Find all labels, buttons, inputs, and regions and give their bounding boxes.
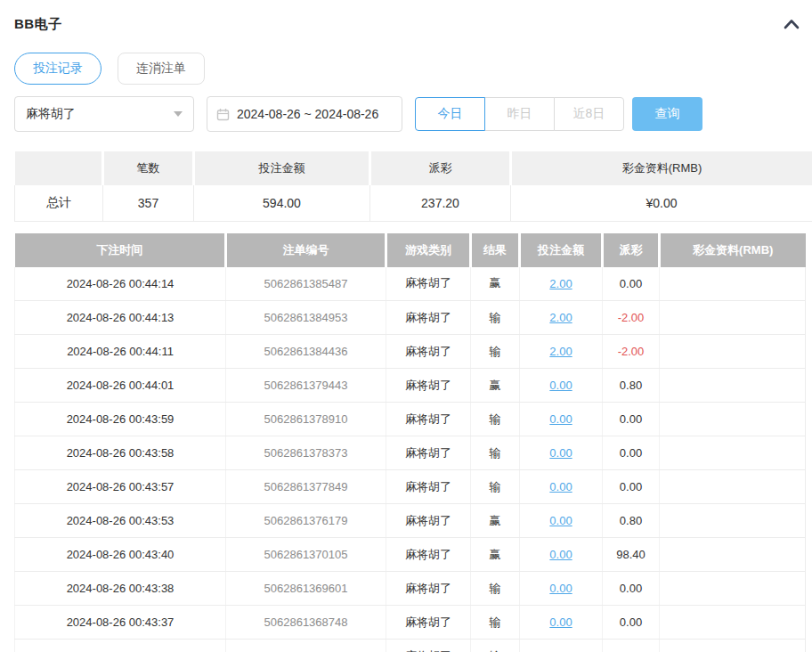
summary-total-bonus: ¥0.00 bbox=[511, 185, 812, 221]
table-row: 2024-08-26 00:44:14 5062861385487 麻将胡了 赢… bbox=[15, 267, 806, 301]
quick-range-group: 今日 昨日 近8日 bbox=[415, 97, 624, 131]
result-cell: 输 bbox=[471, 403, 520, 436]
result-cell: 输 bbox=[471, 572, 520, 606]
page-title: BB电子 bbox=[14, 16, 62, 33]
bonus-cell bbox=[660, 369, 806, 403]
order-no-cell: 5062861376179 bbox=[226, 504, 386, 538]
bet-amount-link[interactable]: 0.00 bbox=[549, 548, 572, 561]
payout-cell: 0.00 bbox=[603, 640, 660, 652]
date-range-value: 2024-08-26 ~ 2024-08-26 bbox=[237, 107, 378, 121]
bet-amount-link[interactable]: 2.00 bbox=[549, 277, 572, 290]
order-no-cell: 5062861384953 bbox=[226, 301, 386, 335]
chevron-up-icon[interactable] bbox=[780, 16, 803, 32]
bet-amount-cell: 0.00 bbox=[520, 403, 603, 436]
game-type-cell: 麻将胡了 bbox=[386, 267, 471, 301]
game-type-cell: 麻将胡了 bbox=[386, 504, 471, 538]
bet-time-cell: 2024-08-26 00:43:53 bbox=[15, 504, 226, 538]
bet-time-cell: 2024-08-26 00:43:58 bbox=[15, 436, 226, 470]
summary-total-row: 总计 357 594.00 237.20 ¥0.00 bbox=[15, 185, 812, 221]
bet-amount-link[interactable]: 0.00 bbox=[549, 480, 572, 493]
order-no-cell: 5062861385487 bbox=[226, 267, 386, 301]
date-range-picker[interactable]: 2024-08-26 ~ 2024-08-26 bbox=[207, 96, 402, 132]
bonus-cell bbox=[660, 470, 806, 504]
tab-betting-records[interactable]: 投注记录 bbox=[14, 53, 102, 85]
result-cell: 赢 bbox=[471, 538, 520, 572]
bonus-cell bbox=[660, 606, 806, 640]
bet-amount-link[interactable]: 2.00 bbox=[549, 311, 572, 324]
bet-amount-link[interactable]: 0.00 bbox=[549, 379, 572, 392]
order-no-cell: 5062861379443 bbox=[226, 369, 386, 403]
bet-time-cell: 2024-08-26 00:43:57 bbox=[15, 470, 226, 504]
tab-cancelled-orders[interactable]: 连消注单 bbox=[118, 53, 205, 85]
bonus-cell bbox=[660, 335, 806, 369]
table-row: 2024-08-26 00:43:53 5062861376179 麻将胡了 赢… bbox=[15, 504, 806, 538]
bet-amount-cell: 0.00 bbox=[520, 436, 603, 470]
summary-total-payout: 237.20 bbox=[370, 185, 511, 221]
query-button[interactable]: 查询 bbox=[632, 97, 702, 131]
bet-amount-link[interactable]: 0.00 bbox=[549, 514, 572, 527]
bet-amount-link[interactable]: 2.00 bbox=[549, 345, 572, 358]
betting-records-panel: BB电子 投注记录 连消注单 麻将胡了 2024-08-26 ~ 2024-08… bbox=[0, 0, 812, 652]
table-row: 2024-08-26 00:44:11 5062861384436 麻将胡了 输… bbox=[15, 335, 806, 369]
bet-time-cell: 2024-08-26 00:43:59 bbox=[15, 403, 226, 436]
records-col-bet-time: 下注时间 bbox=[15, 233, 226, 267]
records-table: 下注时间 注单编号 游戏类别 结果 投注金额 派彩 彩金资料(RMB) 2024… bbox=[14, 233, 806, 652]
quick-range-today[interactable]: 今日 bbox=[415, 97, 485, 131]
payout-cell: 0.00 bbox=[603, 470, 660, 504]
bonus-cell bbox=[660, 403, 806, 436]
payout-cell: 0.80 bbox=[603, 369, 660, 403]
summary-total-count: 357 bbox=[103, 185, 194, 221]
summary-header-row: 笔数 投注金额 派彩 彩金资料(RMB) bbox=[15, 151, 812, 185]
bet-amount-cell: 2.00 bbox=[520, 301, 603, 335]
caret-down-icon bbox=[174, 111, 183, 117]
payout-cell: -2.00 bbox=[603, 301, 660, 335]
quick-range-last8days[interactable]: 近8日 bbox=[554, 97, 624, 131]
summary-col-bet-amount: 投注金额 bbox=[194, 151, 370, 185]
result-cell: 赢 bbox=[471, 267, 520, 301]
result-cell: 输 bbox=[471, 335, 520, 369]
bet-amount-link[interactable]: 0.00 bbox=[549, 412, 572, 426]
bet-amount-link[interactable]: 0.00 bbox=[549, 615, 572, 629]
bet-time-cell: 2024-08-26 00:44:13 bbox=[15, 301, 226, 335]
summary-col-empty bbox=[15, 151, 103, 185]
bonus-cell bbox=[660, 301, 806, 335]
bet-amount-cell: 2.00 bbox=[520, 335, 603, 369]
game-type-cell: 麻将胡了 bbox=[386, 301, 471, 335]
bonus-cell bbox=[660, 538, 806, 572]
result-cell: 赢 bbox=[471, 504, 520, 538]
bet-amount-link[interactable]: 0.00 bbox=[549, 582, 572, 595]
quick-range-yesterday[interactable]: 昨日 bbox=[484, 97, 555, 131]
payout-cell: 0.00 bbox=[603, 436, 660, 470]
calendar-icon bbox=[216, 108, 230, 121]
game-type-cell: 麻将胡了 bbox=[386, 470, 471, 504]
records-col-bonus: 彩金资料(RMB) bbox=[660, 233, 806, 267]
game-type-cell: 麻将胡了 bbox=[386, 436, 471, 470]
order-no-cell: 5062861378910 bbox=[226, 403, 386, 436]
table-row: 2024-08-26 00:43:59 5062861378910 麻将胡了 输… bbox=[15, 403, 806, 436]
order-no-cell: 5062861368241 bbox=[226, 640, 386, 652]
order-no-cell: 5062861370105 bbox=[226, 538, 386, 572]
game-select[interactable]: 麻将胡了 bbox=[14, 96, 194, 132]
bonus-cell bbox=[660, 436, 806, 470]
bonus-cell bbox=[660, 267, 806, 301]
order-no-cell: 5062861378373 bbox=[226, 436, 386, 470]
table-row: 2024-08-26 00:44:13 5062861384953 麻将胡了 输… bbox=[15, 301, 806, 335]
bet-amount-link[interactable]: 0.00 bbox=[549, 446, 572, 460]
order-no-cell: 5062861384436 bbox=[226, 335, 386, 369]
records-col-result: 结果 bbox=[471, 233, 520, 267]
game-type-cell: 麻将胡了 bbox=[386, 369, 471, 403]
bonus-cell bbox=[660, 572, 806, 606]
table-row: 2024-08-26 00:43:57 5062861377849 麻将胡了 输… bbox=[15, 470, 806, 504]
table-row: 2024-08-26 00:43:38 5062861369601 麻将胡了 输… bbox=[15, 572, 806, 606]
summary-table: 笔数 投注金额 派彩 彩金资料(RMB) 总计 357 594.00 237.2… bbox=[14, 151, 812, 222]
result-cell: 输 bbox=[471, 301, 520, 335]
records-col-bet-amount: 投注金额 bbox=[520, 233, 603, 267]
bet-amount-cell: 0.00 bbox=[520, 504, 603, 538]
records-col-payout: 派彩 bbox=[603, 233, 660, 267]
game-type-cell: 麻将胡了 bbox=[386, 572, 471, 606]
summary-col-count: 笔数 bbox=[103, 151, 194, 185]
payout-cell: 0.00 bbox=[603, 267, 660, 301]
bet-amount-cell: 2.00 bbox=[520, 267, 603, 301]
result-cell: 输 bbox=[471, 640, 520, 652]
payout-cell: -2.00 bbox=[603, 335, 660, 369]
